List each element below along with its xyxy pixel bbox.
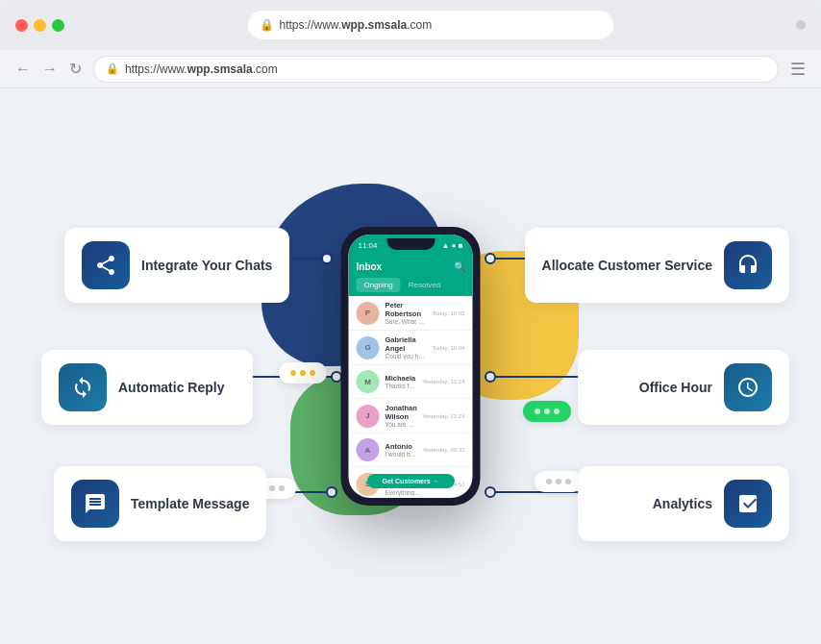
browser-titlebar: 🔒 https://www.wpp.smsala.com	[0, 0, 821, 50]
lock-icon: 🔒	[260, 18, 274, 32]
phone-outer: 11:04 ▲ ● ■ Inbox 🔍 Ongoing Resolved	[341, 227, 481, 506]
nav-url-bar[interactable]: 🔒 https://www.wpp.smsala.com	[93, 56, 779, 83]
chat-info: Jonathan WilsonYou are welcome Wilson	[386, 404, 417, 428]
chat-list-item[interactable]: AAntonioI would be happy to helpYesterda…	[349, 433, 473, 467]
share-icon	[94, 254, 117, 277]
phone-notch	[386, 238, 435, 250]
integrate-chats-label: Integrate Your Chats	[141, 258, 272, 273]
refresh-button[interactable]: ↻	[69, 60, 82, 78]
svg-point-11	[485, 487, 495, 497]
phone-device: 11:04 ▲ ● ■ Inbox 🔍 Ongoing Resolved	[341, 227, 481, 506]
chat-list-item[interactable]: MMichaelaThanks for the positive feedbac…	[349, 365, 473, 399]
browser-window: 🔒 https://www.wpp.smsala.com ← → ↻ 🔒 htt…	[0, 0, 821, 644]
allocate-customer-label: Allocate Customer Service	[542, 258, 712, 273]
template-message-icon	[71, 480, 119, 528]
content-area: 11:04 ▲ ● ■ Inbox 🔍 Ongoing Resolved	[0, 88, 821, 644]
message-icon	[84, 492, 107, 515]
chat-list-item[interactable]: GGabriella AngelCould you help me for a …	[349, 331, 473, 365]
integrate-chats-icon	[82, 241, 130, 289]
speech-bubble-2	[523, 401, 571, 422]
forward-button[interactable]: →	[42, 61, 58, 78]
back-button[interactable]: ←	[15, 61, 31, 78]
chat-time: Yesterday, 11:24	[422, 413, 464, 419]
chat-name: Gabriella Angel	[386, 335, 427, 353]
tab-ongoing[interactable]: Ongoing	[357, 278, 401, 292]
feature-card-office-hour: Office Hour	[578, 350, 789, 425]
feature-card-allocate-customer: Allocate Customer Service	[525, 228, 789, 303]
chat-avatar: A	[357, 438, 380, 461]
office-hour-icon	[724, 363, 772, 411]
chat-list: PPeter RobertsonSure, What can I do for …	[349, 296, 473, 498]
chat-name: Peter Robertson	[386, 301, 427, 318]
analytics-label: Analytics	[653, 496, 712, 511]
chat-name: Jonathan Wilson	[386, 404, 417, 421]
phone-time: 11:04	[359, 241, 378, 250]
feature-card-analytics: Analytics	[578, 466, 789, 541]
lock-icon-nav: 🔒	[106, 62, 119, 75]
chat-time: Yesterday, 09:31	[422, 447, 464, 453]
feature-card-integrate-chats: Integrate Your Chats	[64, 228, 289, 303]
address-bar[interactable]: 🔒 https://www.wpp.smsala.com	[248, 11, 613, 39]
automatic-reply-label: Automatic Reply	[118, 380, 224, 395]
minimize-button[interactable]	[34, 19, 46, 32]
speech-bubble-1	[279, 362, 327, 384]
chat-message: You are welcome Wilson	[386, 421, 417, 428]
feature-card-automatic-reply: Automatic Reply	[41, 350, 253, 425]
chat-info: Gabriella AngelCould you help me for a s…	[386, 335, 427, 359]
tab-indicator	[796, 20, 806, 30]
chat-time: Today, 10:02	[433, 310, 465, 316]
chart-icon	[736, 492, 759, 515]
chat-list-item[interactable]: JJonathan WilsonYou are welcome WilsonYe…	[349, 399, 473, 433]
phone-icons: ▲ ● ■	[441, 241, 462, 250]
nav-url-text: https://www.wpp.smsala.com	[125, 62, 278, 76]
close-button[interactable]	[15, 19, 28, 32]
phone-screen: 11:04 ▲ ● ■ Inbox 🔍 Ongoing Resolved	[349, 235, 473, 498]
template-message-label: Template Message	[131, 496, 249, 511]
office-hour-label: Office Hour	[639, 380, 712, 395]
chat-name: Michaela	[386, 374, 417, 383]
refresh-icon	[71, 376, 94, 399]
chat-info: MichaelaThanks for the positive feedback	[386, 374, 417, 389]
chat-message: Could you help me for a second?	[386, 353, 427, 359]
headset-icon	[736, 254, 759, 277]
chat-message: Everything sounds great then!	[386, 489, 422, 496]
speech-bubble-4	[535, 471, 583, 492]
maximize-button[interactable]	[52, 19, 64, 32]
chat-avatar: G	[357, 336, 380, 359]
chat-list-item[interactable]: PPeter RobertsonSure, What can I do for …	[349, 296, 473, 331]
chat-name: Antonio	[386, 442, 417, 451]
phone-header-title: Inbox	[357, 261, 383, 272]
chat-time: Yesterday, 11:24	[422, 379, 464, 384]
chat-info: Peter RobertsonSure, What can I do for y…	[386, 301, 427, 325]
analytics-icon	[724, 480, 772, 528]
phone-header: Inbox 🔍	[349, 256, 473, 278]
tab-resolved[interactable]: Resolved	[401, 278, 448, 292]
chat-message: I would be happy to help	[386, 451, 417, 458]
url-display: https://www.wpp.smsala.com	[280, 18, 433, 32]
phone-search-icon[interactable]: 🔍	[454, 261, 465, 272]
chat-message: Thanks for the positive feedback	[386, 383, 417, 389]
traffic-lights	[15, 19, 64, 32]
allocate-customer-icon	[724, 241, 772, 289]
chat-time: Today, 10:04	[433, 345, 465, 351]
menu-button[interactable]: ☰	[790, 59, 806, 80]
automatic-reply-icon	[59, 363, 107, 411]
feature-card-template-message: Template Message	[54, 466, 266, 541]
phone-tabs: Ongoing Resolved	[349, 278, 473, 296]
nav-bar: ← → ↻ 🔒 https://www.wpp.smsala.com ☰	[0, 50, 821, 88]
chat-avatar: P	[357, 302, 380, 325]
clock-icon	[736, 376, 759, 399]
chat-message: Sure, What can I do for you?	[386, 318, 427, 325]
chat-avatar: M	[357, 370, 380, 393]
chat-info: AntonioI would be happy to help	[386, 442, 417, 458]
chat-avatar: J	[357, 405, 380, 428]
get-customers-button[interactable]: Get Customers →	[366, 474, 454, 488]
address-bar-wrapper: 🔒 https://www.wpp.smsala.com	[72, 11, 788, 39]
